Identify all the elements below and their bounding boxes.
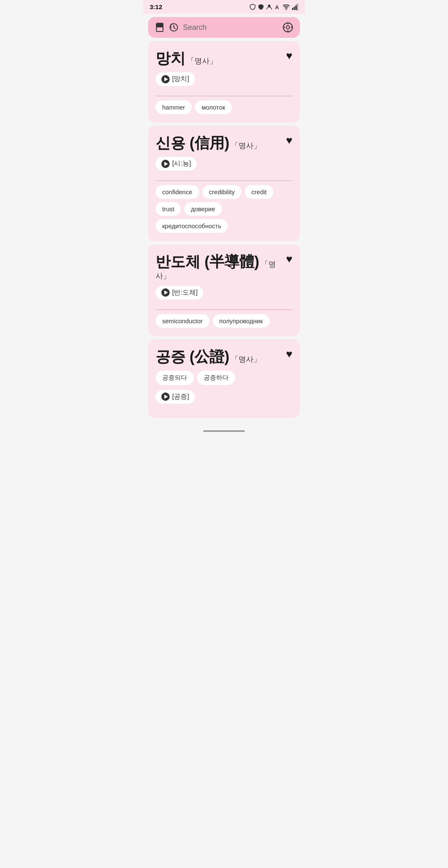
word-title-area: 신용 (信用) 「명사」 [156,134,261,152]
translations: semiconductor полупроводник [156,314,292,328]
play-icon [161,288,170,297]
word-pos: 「명사」 [231,355,261,363]
svg-point-0 [268,5,270,7]
svg-rect-6 [297,4,298,10]
translation-tag: hammer [156,100,192,114]
word-card-gongjeung: 공증 (公證) 「명사」 ♥ 공증되다 공증하다 [공증] [148,339,300,418]
word-header: 반도체 (半導體) 「명사」 ♥ [156,253,292,280]
history-icon [169,22,179,32]
word-text: 공증 (公證) [156,348,229,365]
translations: 공증되다 공증하다 [156,371,292,385]
word-header: 신용 (信用) 「명사」 ♥ [156,134,292,152]
word-card-mangchi: 망치 「명사」 ♥ [망치] hammer молоток [148,41,300,122]
word-pos: 「명사」 [231,141,261,150]
favorite-button[interactable]: ♥ [286,348,292,361]
scroll-indicator [203,430,245,432]
word-text: 반도체 (半導體) [156,253,259,270]
shield2-icon [258,4,264,10]
word-card-sinyong: 신용 (信用) 「명사」 ♥ [시:뇽] confidence credibil… [148,126,300,241]
svg-text:A: A [275,4,279,10]
divider [156,310,292,310]
translations: confidence credibility credit trust дове… [156,185,292,233]
play-triangle [164,162,168,166]
svg-rect-5 [295,5,297,10]
translation-tag: credit [245,185,273,199]
settings-icon[interactable] [282,22,293,33]
translation-tag: молоток [195,100,232,114]
translation-tag: trust [156,202,181,216]
favorite-button[interactable]: ♥ [286,134,292,147]
word-title-area: 망치 「명사」 [156,49,217,67]
translation-tag: 공증하다 [197,371,235,385]
translation-tag: 공증되다 [156,371,194,385]
shield1-icon [249,4,256,10]
play-triangle [164,395,168,399]
pronunciation-text: [시:뇽] [172,159,191,168]
play-icon [161,393,170,401]
pronunciation-text: [공증] [172,393,189,401]
pronunciation-text: [망치] [172,75,189,83]
word-title-area: 반도체 (半導體) 「명사」 [156,253,286,280]
word-text: 신용 (信用) [156,134,229,151]
svg-point-11 [286,26,290,29]
word-header: 망치 「명사」 ♥ [156,49,292,67]
play-triangle [164,290,168,295]
status-bar: 3:12 A [143,0,305,14]
translations: hammer молоток [156,100,292,114]
pronunciation-button[interactable]: [시:뇽] [156,157,197,171]
bookmark-icon [155,22,165,32]
favorite-button[interactable]: ♥ [286,49,292,62]
pronunciation-text: [반:도체] [172,288,197,297]
word-list: 망치 「명사」 ♥ [망치] hammer молоток 신용 (信用) 「명… [143,41,305,426]
translation-tag: доверие [184,202,222,216]
word-pos: 「명사」 [187,57,217,65]
svg-point-2 [286,9,287,10]
translation-tag: кредитоспособность [156,219,228,233]
translation-tag: semiconductor [156,314,209,328]
status-icons: A [249,4,298,10]
play-icon [161,160,170,168]
status-time: 3:12 [150,3,162,10]
search-bar[interactable]: Search [148,17,300,38]
word-title-area: 공증 (公證) 「명사」 [156,348,261,366]
svg-rect-8 [156,23,163,27]
translation-tag: confidence [156,185,199,199]
pronunciation-button[interactable]: [반:도체] [156,286,203,300]
word-header: 공증 (公證) 「명사」 ♥ [156,348,292,366]
pronunciation-button[interactable]: [공증] [156,390,195,404]
divider [156,96,292,96]
svg-rect-3 [292,8,293,10]
translation-tag: credibility [202,185,242,199]
word-card-bandoche: 반도체 (半導體) 「명사」 ♥ [반:도체] semiconductor по… [148,244,300,336]
svg-rect-4 [294,7,295,10]
bottom-bar [143,426,305,436]
divider [156,180,292,181]
wifi-icon [282,4,290,10]
play-icon [161,75,170,83]
favorite-button[interactable]: ♥ [286,253,292,266]
person-icon [266,4,273,10]
word-text: 망치 [156,50,185,67]
signal-icon [292,4,298,10]
search-placeholder[interactable]: Search [183,23,278,32]
a-icon: A [274,4,281,10]
translation-tag: полупроводник [213,314,270,328]
pronunciation-button[interactable]: [망치] [156,72,195,86]
play-triangle [164,77,168,81]
